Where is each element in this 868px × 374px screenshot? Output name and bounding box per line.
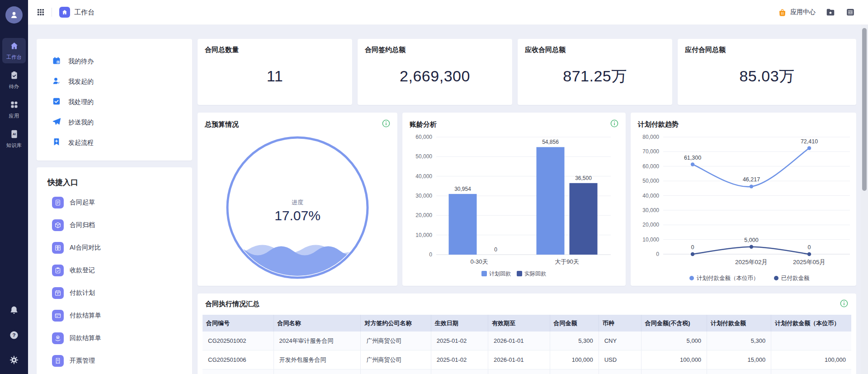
info-icon[interactable] — [382, 119, 390, 128]
svg-text:0: 0 — [429, 251, 432, 258]
svg-text:0: 0 — [494, 246, 497, 253]
quick-access-item[interactable]: AI合同对比 — [37, 237, 192, 259]
quick-access-item[interactable]: 回款结算单 — [37, 327, 192, 350]
point-计划付款金额（本位币）[interactable] — [807, 146, 811, 150]
favorites-folder-icon[interactable] — [826, 7, 835, 17]
stat-card-value: 871.25万 — [563, 66, 627, 87]
table-cell: 新项目1设备采购合同 — [274, 369, 361, 374]
clipboard-check-icon — [9, 71, 19, 82]
scrollbar-thumb[interactable] — [862, 28, 867, 191]
rail-item-应用[interactable]: 应用 — [2, 97, 26, 122]
table-cell — [488, 369, 550, 374]
budget-card-title: 总预算情况 — [205, 120, 390, 129]
table-row[interactable]: 新项目1设备采购合同广州商贸公司 — [203, 369, 851, 374]
todo-menu: 我的待办我发起的我处理的抄送我的发起流程 — [37, 39, 192, 153]
line-legend[interactable]: 计划付款金额（本位币）已付款金额 — [689, 275, 810, 281]
todo-menu-item[interactable]: 发起流程 — [37, 133, 192, 153]
tab-workbench[interactable]: 工作台 — [59, 7, 94, 18]
point-已付款金额[interactable] — [807, 252, 811, 256]
payment-card-icon — [52, 310, 64, 322]
table-row[interactable]: CG2025010022024年审计服务合同广州商贸公司2025-01-0220… — [203, 331, 851, 350]
point-已付款金额[interactable] — [750, 245, 753, 249]
svg-text:20,000: 20,000 — [642, 222, 659, 228]
quick-access-label: 付款计划 — [70, 289, 95, 297]
svg-text:已付款金额: 已付款金额 — [781, 275, 810, 281]
chart-row: 总预算情况 进度 17.07% 账龄分析 010,00020,00030,000… — [198, 113, 856, 286]
table-cell — [550, 369, 599, 374]
stat-card: 合同总数量11 — [198, 39, 352, 105]
svg-text:0: 0 — [808, 244, 811, 251]
payment-trend-chart: 010,00020,00030,00040,00050,00060,00070,… — [631, 130, 856, 285]
workflow-list-icon[interactable] — [845, 7, 855, 17]
svg-text:40,000: 40,000 — [415, 173, 432, 180]
svg-text:5,000: 5,000 — [744, 237, 758, 243]
info-icon[interactable] — [610, 119, 618, 128]
table-cell — [431, 369, 488, 374]
table-row[interactable]: CG202501006开发外包服务合同广州商贸公司2025-01-022026-… — [203, 350, 851, 369]
quick-access-item[interactable]: 付款计划 — [37, 282, 192, 304]
bar-计划回款-0-30天[interactable] — [449, 194, 477, 255]
invoice-icon — [52, 355, 64, 367]
gear-icon[interactable] — [9, 355, 19, 365]
bar-legend[interactable]: 计划回款实际回款 — [481, 270, 546, 277]
svg-text:计划付款金额（本位币）: 计划付款金额（本位币） — [697, 275, 759, 281]
app-grid-icon[interactable] — [36, 8, 45, 17]
rail-item-待办[interactable]: 待办 — [2, 67, 26, 93]
table-cell: 100,000 — [550, 350, 599, 369]
table-header-row: 合同编号合同名称对方签约公司名称生效日期有效期至合同金额币种合同金额(不含税)计… — [203, 315, 851, 331]
todo-menu-item[interactable]: 我的待办 — [37, 51, 192, 71]
quick-access-item[interactable]: 收款登记 — [37, 259, 192, 282]
svg-text:10,000: 10,000 — [415, 232, 432, 238]
todo-menu-item[interactable]: 抄送我的 — [37, 112, 192, 133]
home-icon — [59, 7, 70, 18]
quick-access-item[interactable]: 付款结算单 — [37, 304, 192, 327]
user-avatar[interactable] — [5, 6, 23, 24]
aging-analysis-card: 账龄分析 010,00020,00030,00040,00050,00060,0… — [402, 113, 626, 286]
info-icon[interactable] — [840, 299, 848, 308]
table-cell: 2024年审计服务合同 — [274, 331, 361, 350]
quick-access-label: 付款结算单 — [70, 312, 101, 320]
table-cell: 2026-01-01 — [488, 350, 550, 369]
svg-text:70,000: 70,000 — [642, 148, 659, 155]
help-icon[interactable]: ? — [9, 330, 19, 340]
table-cell: CNY — [599, 331, 641, 350]
quick-access-item[interactable]: 合同归档 — [37, 214, 192, 237]
rail-item-label: 知识库 — [6, 142, 22, 149]
point-计划付款金额（本位币）[interactable] — [691, 162, 694, 166]
rail-nav: 工作台待办应用AI知识库 — [2, 38, 26, 151]
workbench-app: 工作台待办应用AI知识库 ? — [0, 0, 868, 374]
table-header-cell: 对方签约公司名称 — [361, 315, 431, 331]
rail-item-知识库[interactable]: AI知识库 — [2, 126, 26, 151]
svg-text:30,000: 30,000 — [642, 207, 659, 213]
todo-menu-item[interactable]: 我处理的 — [37, 92, 192, 112]
paper-plane-icon — [52, 117, 61, 128]
bar-实际回款-大于90天[interactable] — [570, 183, 598, 255]
todo-menu-item[interactable]: 我发起的 — [37, 71, 192, 92]
bell-icon[interactable] — [9, 305, 19, 315]
todo-menu-label: 我发起的 — [68, 78, 94, 86]
bar-计划回款-大于90天[interactable] — [537, 147, 565, 255]
table-cell: 2025-01-02 — [431, 350, 488, 369]
quick-access-item[interactable]: 合同起草 — [37, 191, 192, 214]
svg-text:20,000: 20,000 — [415, 212, 432, 218]
payment-trend-card: 计划付款趋势 010,00020,00030,00040,00050,00060… — [631, 113, 856, 286]
table-cell: 广州商贸公司 — [361, 369, 431, 374]
point-计划付款金额（本位币）[interactable] — [750, 185, 753, 188]
point-已付款金额[interactable] — [691, 252, 694, 256]
stat-card-title: 应收合同总额 — [525, 46, 665, 54]
svg-text:30,000: 30,000 — [415, 193, 432, 199]
svg-text:0-30天: 0-30天 — [470, 258, 488, 265]
rail-item-工作台[interactable]: 工作台 — [2, 38, 26, 63]
stat-card-value: 85.03万 — [739, 66, 794, 87]
table-cell: 2026-01-01 — [488, 331, 550, 350]
svg-text:40,000: 40,000 — [642, 193, 659, 199]
stat-card-title: 合同签约总额 — [365, 46, 505, 54]
content-area: 我的待办我发起的我处理的抄送我的发起流程 快捷入口 合同起草合同归档AI合同对比… — [28, 25, 868, 374]
quick-access-panel: 快捷入口 合同起草合同归档AI合同对比收款登记付款计划付款结算单回款结算单开票管… — [37, 167, 192, 374]
tab-workbench-label: 工作台 — [74, 8, 94, 17]
stat-card: 应付合同总额85.03万 — [678, 39, 856, 105]
app-center-button[interactable]: 应用中心 — [778, 8, 816, 17]
quick-access-item[interactable]: 开票管理 — [37, 350, 192, 372]
svg-text:60,000: 60,000 — [415, 134, 432, 140]
table-header-cell: 合同金额(不含税) — [641, 315, 707, 331]
